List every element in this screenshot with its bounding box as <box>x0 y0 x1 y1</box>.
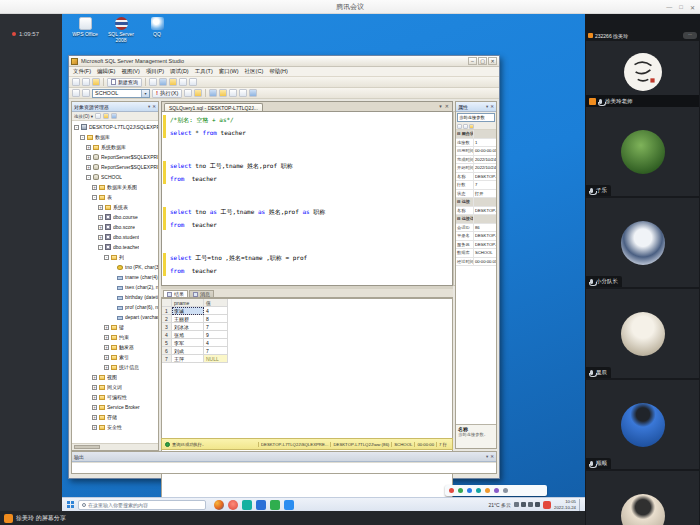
column-header[interactable]: 值 <box>204 299 228 307</box>
pen-icon[interactable] <box>521 502 526 507</box>
tree-item[interactable]: + ReportServer$SQLEXPRESS <box>72 152 158 162</box>
property-row[interactable]: 会话ID 86 <box>456 224 496 233</box>
indent-icon[interactable] <box>249 89 257 97</box>
data-cell[interactable]: 王萍 <box>172 355 204 363</box>
chevron-down-icon[interactable]: ▾ <box>486 454 488 459</box>
menu-item[interactable]: 视图(V) <box>121 68 139 75</box>
refresh-icon[interactable] <box>95 113 101 119</box>
data-cell[interactable]: 9 <box>204 331 228 339</box>
expander-icon[interactable]: - <box>86 175 91 180</box>
undo-icon[interactable] <box>189 78 197 86</box>
tree-item[interactable]: prof (char(6), null) <box>72 302 158 312</box>
data-cell[interactable]: 李军 <box>172 339 204 347</box>
store-icon[interactable] <box>270 500 280 510</box>
expander-icon[interactable]: + <box>92 395 97 400</box>
property-row[interactable]: 服务器 DESKTOP-L7TLQ2J\SQL... <box>456 241 496 250</box>
open-query-icon[interactable] <box>149 78 157 86</box>
tree-item[interactable]: + 触发器 <box>72 342 158 352</box>
mic-icon[interactable] <box>458 488 463 493</box>
menu-item[interactable]: 文件(F) <box>73 68 91 75</box>
tree-item[interactable]: + 键 <box>72 322 158 332</box>
participant-tile[interactable]: 小分队长 <box>586 198 699 287</box>
share-screen-icon[interactable] <box>476 488 481 493</box>
property-row[interactable]: 完成时间 2022/10/24 10:05 <box>456 156 496 165</box>
tree-item[interactable]: - dbo.teacher <box>72 242 158 252</box>
scrollbar-thumb[interactable] <box>74 445 100 449</box>
network-icon[interactable] <box>528 502 533 507</box>
chevron-up-icon[interactable] <box>514 502 519 507</box>
maximize-button[interactable]: □ <box>679 4 683 10</box>
files-icon[interactable] <box>256 500 266 510</box>
tree-item[interactable]: depart (varchar(10), not null) <box>72 312 158 322</box>
tree-item[interactable]: + 统计信息 <box>72 362 158 372</box>
expander-icon[interactable]: + <box>104 335 109 340</box>
close-button[interactable]: ✕ <box>690 4 695 11</box>
taskbar-clock[interactable]: 10:05 2022-10-24 <box>554 499 576 510</box>
expander-icon[interactable]: - <box>92 195 97 200</box>
property-row[interactable]: 数据库 SCHOOL <box>456 249 496 258</box>
property-row[interactable]: 名称 DESKTOP-L7TLQ2J\SQL... <box>456 173 496 182</box>
property-row[interactable]: ⊟ 连接详细信息 <box>456 215 496 224</box>
new-file-icon[interactable] <box>72 78 80 86</box>
members-icon[interactable] <box>494 488 499 493</box>
table-row[interactable]: 6 刘成 7 <box>162 347 452 355</box>
more-options-pill[interactable]: ⋯ <box>683 32 697 39</box>
tree-item[interactable]: tno (PK, char(3), not null) <box>72 262 158 272</box>
expander-icon[interactable]: + <box>104 365 109 370</box>
tab-list-dropdown-icon[interactable]: ▾ <box>439 103 442 109</box>
data-cell[interactable]: 7 <box>204 323 228 331</box>
taskbar-search[interactable]: 在这里输入你要搜索的内容 <box>78 500 206 510</box>
row-number-cell[interactable]: 7 <box>162 355 172 363</box>
speaker-tile[interactable]: 232266 徐美玲 ⋯ 徐美玲老师 <box>586 30 699 107</box>
desktop-icon-qq[interactable]: QQ <box>142 17 172 43</box>
tree-item[interactable]: - 表 <box>72 192 158 202</box>
record-icon[interactable] <box>449 488 454 493</box>
menu-item[interactable]: 帮助(H) <box>269 68 288 75</box>
show-desktop-button[interactable] <box>579 499 582 511</box>
minimize-button[interactable]: ‒ <box>468 57 477 65</box>
phone-icon[interactable] <box>242 500 252 510</box>
expander-icon[interactable]: + <box>92 375 97 380</box>
tree-item[interactable]: + ReportServer$SQLEXPRESSTempDB <box>72 162 158 172</box>
sql-code-editor[interactable]: /*别名: 空格 + as*/ select * from teacher <box>161 111 453 286</box>
menu-item[interactable]: 社区(C) <box>245 68 264 75</box>
chat-icon[interactable] <box>485 488 490 493</box>
property-row[interactable]: 已用时间 00:00:00.031 <box>456 147 496 156</box>
property-row[interactable]: 开始时间 2022/10/24 10:05 <box>456 164 496 173</box>
desktop-icon-sql-server[interactable]: SQL Server 2008 <box>106 17 136 43</box>
close-tab-icon[interactable]: ✕ <box>445 103 449 109</box>
row-number-cell[interactable]: 6 <box>162 347 172 355</box>
disconnect-query-icon[interactable] <box>82 89 90 97</box>
tree-item[interactable]: + 可编程性 <box>72 392 158 402</box>
tab-messages[interactable]: 消息 <box>189 290 214 297</box>
parse-icon[interactable] <box>184 89 192 97</box>
table-row[interactable]: 3 刘冰冰 7 <box>162 323 452 331</box>
results-to-text-icon[interactable] <box>209 89 217 97</box>
property-row[interactable]: 经过时间 00:00:00.031 <box>456 258 496 267</box>
expander-icon[interactable]: + <box>92 385 97 390</box>
ssms-titlebar[interactable]: Microsoft SQL Server Management Studio ‒… <box>69 56 499 67</box>
results-to-file-icon[interactable] <box>229 89 237 97</box>
menu-item[interactable]: 窗口(W) <box>219 68 239 75</box>
filter-icon[interactable] <box>111 113 117 119</box>
row-number-cell[interactable]: 4 <box>162 331 172 339</box>
comment-icon[interactable] <box>239 89 247 97</box>
maximize-button[interactable]: ▢ <box>478 57 487 65</box>
close-icon[interactable]: ✕ <box>490 454 494 459</box>
tree-item[interactable]: + 同义词 <box>72 382 158 392</box>
expander-icon[interactable]: - <box>104 255 109 260</box>
connect-query-icon[interactable] <box>72 89 80 97</box>
menu-item[interactable]: 工具(T) <box>195 68 213 75</box>
expander-icon[interactable]: + <box>92 415 97 420</box>
new-query-button[interactable]: 新建查询 <box>107 78 142 87</box>
weather-widget[interactable]: 21°C 多云 <box>488 502 511 508</box>
tab-results[interactable]: 结果 <box>163 290 188 297</box>
table-row[interactable]: 2 王丽群 8 <box>162 315 452 323</box>
execute-button[interactable]: ! 执行(X) <box>152 89 182 98</box>
tree-item[interactable]: - 列 <box>72 252 158 262</box>
property-row[interactable]: ⊟ 连接 <box>456 198 496 207</box>
close-icon[interactable]: ✕ <box>152 104 156 109</box>
row-number-cell[interactable]: 2 <box>162 315 172 323</box>
tree-item[interactable]: + Service Broker <box>72 402 158 412</box>
open-file-icon[interactable] <box>82 78 90 86</box>
